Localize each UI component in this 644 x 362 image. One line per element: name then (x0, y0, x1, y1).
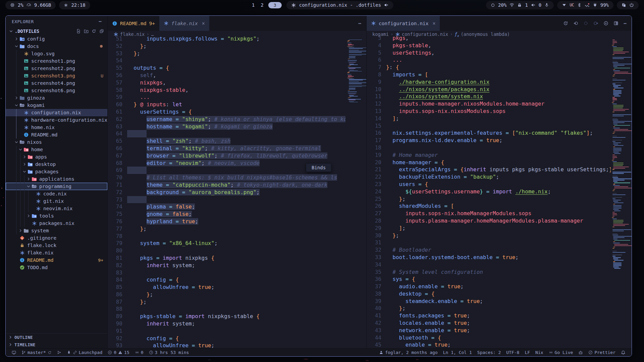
tree-item-kogami[interactable]: kogami (6, 102, 107, 109)
status-git-branch[interactable]: master* (19, 349, 54, 356)
session-controls[interactable] (617, 1, 639, 9)
minimap-right[interactable] (611, 38, 632, 348)
close-icon[interactable]: × (202, 20, 205, 26)
folder-apps-icon (32, 176, 37, 182)
tab-flake.nix[interactable]: flake.nix× (159, 16, 209, 31)
workspace-3[interactable]: 3 (268, 2, 282, 8)
code-line-66: 66 terminal = "kitty"; # kitty, alacritt… (108, 145, 345, 152)
status-go-live[interactable]: Go Live (546, 349, 576, 356)
status-encoding[interactable]: UTF-8 (503, 349, 522, 356)
status-problems[interactable]: 015 (105, 349, 132, 356)
collapse-icon[interactable] (99, 29, 104, 34)
status-ports[interactable]: 0 (132, 349, 146, 356)
code-line-55: 55 outputs = { (108, 64, 345, 72)
line-number: 80 (108, 247, 122, 254)
status-git-blame[interactable]: foglar, 2 months ago (376, 349, 440, 356)
tree-item-packages.nix[interactable]: packages.nix (6, 220, 107, 227)
workspace-switcher[interactable]: 123 (251, 2, 282, 8)
tree-item-home[interactable]: home (6, 146, 107, 153)
status-time-tracker[interactable]: 3 hrs 53 mins (146, 349, 192, 356)
system-tray[interactable]: UC99% (557, 1, 613, 9)
more-icon[interactable]: ⋯ (358, 20, 362, 26)
outline-section[interactable]: OUTLINE (6, 334, 107, 341)
speaker-mute-icon (384, 3, 389, 7)
tab-configuration.nix[interactable]: configuration.nix× (367, 16, 440, 31)
tree-item-screenshot1.png[interactable]: screenshot1.png (6, 57, 107, 65)
tree-item-nixos[interactable]: nixos (6, 138, 107, 146)
tree-item-programming[interactable]: programming (6, 183, 107, 190)
tree-item-applications[interactable]: applications (6, 175, 107, 183)
code-editor-flake-nix[interactable]: 51 inputs.nixpkgs.follows = "nixpkgs";52… (108, 35, 345, 348)
new-folder-icon[interactable] (84, 29, 89, 34)
tab-README.md[interactable]: README.md9+ (108, 16, 159, 31)
tree-item-screenshot6.png[interactable]: screenshot6.png (6, 87, 107, 94)
code-line-61: 61 userSettings = { (108, 108, 345, 116)
tree-item-.gitignore[interactable]: .gitignore (6, 234, 107, 242)
split-icon[interactable] (613, 21, 619, 26)
status-indentation[interactable]: Spaces: 2 (475, 349, 503, 356)
code-line-86: 86 }; (108, 291, 345, 298)
code-line-74: 74 plasma = false; (108, 203, 345, 210)
tree-item-home.nix[interactable]: home.nix (6, 124, 107, 131)
workspace-2[interactable]: 2 (259, 2, 265, 8)
status-language-mode[interactable]: Nix (533, 349, 546, 356)
tree-item-system[interactable]: system (6, 227, 107, 234)
tree-item-TODO.md[interactable]: TODO.md (6, 264, 107, 271)
tree-item-desktop[interactable]: desktop (6, 161, 107, 168)
folder-home-icon (23, 147, 29, 152)
status-git-graph[interactable] (54, 349, 64, 356)
tree-item-screenshot2.png[interactable]: screenshot2.png (6, 65, 107, 72)
history-icon[interactable] (563, 21, 568, 26)
line-number: 78 (108, 233, 122, 240)
refresh-icon[interactable] (92, 29, 96, 34)
line-number: 29 (367, 225, 381, 232)
tree-item-screenshot4.png[interactable]: screenshot4.png (6, 79, 107, 87)
explorer-root-folder[interactable]: .DOTFILES (6, 27, 107, 35)
code-line-45: 45 enable = true; (367, 341, 611, 348)
tree-item-screenshot3.png[interactable]: screenshot3.pngU (6, 72, 107, 79)
more-icon[interactable]: ⋯ (624, 20, 627, 26)
system-monitor[interactable]: 2%9.66GB (5, 1, 56, 9)
tree-item-docs[interactable]: docs (6, 43, 107, 50)
status-cursor-position[interactable]: Ln 1, Col 1 (440, 349, 475, 356)
line-number: 76 (108, 218, 122, 225)
tree-item-README.md[interactable]: README.md (6, 131, 107, 138)
minimap-left[interactable] (345, 38, 366, 348)
circle-dim-icon[interactable] (583, 21, 588, 26)
tree-item-config[interactable]: config (6, 35, 107, 43)
tree-item-apps[interactable]: apps (6, 153, 107, 161)
workspace-1[interactable]: 1 (251, 2, 256, 8)
status-copilot[interactable] (576, 349, 586, 356)
status-remote-indicator[interactable] (9, 349, 19, 356)
tree-item-hardware-configuration.nix[interactable]: hardware-configuration.nix (6, 116, 107, 124)
label: 3 hrs 53 mins (155, 350, 189, 355)
status-prettier[interactable]: Prettier (586, 349, 618, 356)
tree-item-git.nix[interactable]: git.nix (6, 197, 107, 205)
tree-item-README.md[interactable]: README.md9+ (6, 256, 107, 264)
close-icon[interactable]: × (432, 20, 435, 26)
tree-item-flake.lock[interactable]: flake.lock (6, 242, 107, 249)
status-notifications[interactable] (618, 349, 628, 356)
line-number: 4 (367, 42, 381, 49)
explorer-more-actions-icon[interactable]: ⋯ (99, 18, 102, 24)
tree-item-ginoza[interactable]: ginoza (6, 94, 107, 102)
forward-dim-icon[interactable] (593, 21, 598, 26)
code-editor-configuration-nix[interactable]: 3 pkgs,4 pkgs-stable,5 userSettings,6 ..… (367, 35, 611, 348)
new-file-icon[interactable] (76, 29, 81, 34)
back-icon[interactable] (573, 21, 578, 26)
tree-item-neovim.nix[interactable]: neovim.nix (6, 205, 107, 212)
copy-icon (622, 3, 626, 7)
tree-item-tools[interactable]: tools (6, 212, 107, 220)
timeline-section[interactable]: TIMELINE (6, 341, 107, 348)
system-indicators[interactable]: 20%10 (486, 1, 554, 9)
status-eol[interactable]: LF (522, 349, 533, 356)
clock-widget[interactable]: 22:18 (59, 1, 90, 9)
tree-item-code.nix[interactable]: code.nix (6, 190, 107, 197)
line-number: 20 (367, 159, 381, 166)
tree-item-flake.nix[interactable]: flake.nix (6, 249, 107, 256)
status-launchpad[interactable]: Launchpad (64, 349, 105, 356)
run-icon[interactable] (603, 21, 608, 26)
tree-item-logo.svg[interactable]: logo.svg (6, 50, 107, 57)
tree-item-configuration.nix[interactable]: configuration.nix (6, 109, 107, 116)
tree-item-packages[interactable]: packages (6, 168, 107, 175)
